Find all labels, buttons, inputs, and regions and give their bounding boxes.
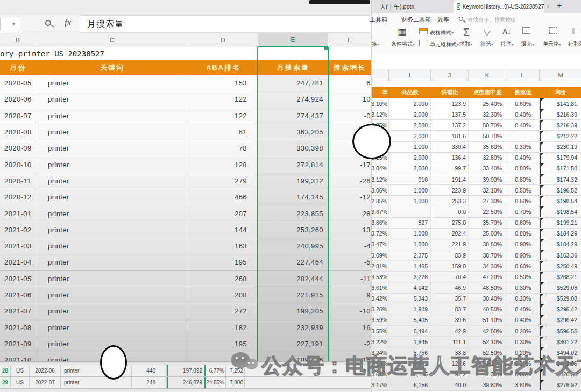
cell-supply-demand[interactable]: 223.9 [431, 185, 469, 195]
cell-volume[interactable]: 272,814 [258, 156, 328, 172]
cell-growth[interactable]: -4 [328, 238, 371, 254]
cell-conversion-metric[interactable]: 0.40% [506, 109, 540, 119]
cell-keyword[interactable]: printer [36, 156, 188, 172]
cell-average-price[interactable]: $596.56 [540, 326, 581, 336]
cell-aba-rank[interactable]: 268 [188, 271, 258, 287]
sort-button[interactable]: 排序▾ [501, 40, 514, 48]
cell-product-count[interactable]: 2,000 [389, 153, 431, 163]
filter-icon[interactable]: ▽ [484, 27, 491, 38]
tab-pptx[interactable]: 一天(上午).pptx [374, 3, 414, 11]
cell-click-concentration[interactable]: 35.70% [469, 218, 506, 228]
cell-purchase-rate[interactable]: 2.81% [372, 261, 389, 271]
close-icon[interactable]: × [546, 3, 549, 10]
cell-average-price[interactable]: $163.36 [540, 250, 581, 260]
conditional-format-icon[interactable]: ▦ [398, 26, 406, 38]
cell-click-concentration[interactable]: 32.30% [469, 109, 506, 119]
header-click-concentration[interactable]: 点击集中度 [469, 87, 506, 98]
cell-aba-rank[interactable]: 195 [188, 336, 258, 352]
title-cell[interactable]: ory-printer-US-20230527 [0, 47, 371, 60]
cell-conversion-metric[interactable]: 0.80% [506, 163, 540, 174]
new-tab-button[interactable]: + [557, 1, 562, 11]
column-header-B[interactable]: B [0, 33, 36, 47]
filter-button[interactable]: 筛选▾ [480, 40, 493, 48]
column-header-K[interactable]: K [469, 69, 506, 81]
header-keyword[interactable]: 关键词 [36, 60, 188, 75]
header-average-price[interactable]: 均价 [540, 87, 581, 98]
cell-supply-demand[interactable]: 253.3 [431, 196, 469, 206]
cell-purchase-rate[interactable]: 3.53% [372, 272, 389, 282]
cell-aba-rank[interactable]: 122 [188, 108, 258, 124]
cell-product-count[interactable]: 1,000 [389, 185, 431, 195]
table-style-button[interactable]: 表格样式▾ [430, 29, 454, 37]
cell-purchase-rate[interactable]: 3.17% [372, 380, 389, 390]
cell-month[interactable]: 2021-03 [0, 238, 36, 254]
header-aba-rank[interactable]: ABA排名 [188, 60, 258, 75]
cell-conversion-metric[interactable]: 0.40% [506, 304, 540, 315]
cell-click-concentration[interactable]: 48.50% [469, 282, 506, 293]
toolbar-partial-button[interactable]: 换▾ [372, 40, 379, 48]
cell-volume[interactable]: 274,437 [258, 108, 328, 124]
cell-average-price[interactable]: $296.42 [540, 315, 581, 325]
menu-toolbox[interactable]: 工具箱 [370, 16, 387, 24]
cell-average-price[interactable]: $216.39 [540, 109, 581, 119]
cell-product-count[interactable]: 1,000 [389, 229, 431, 239]
cell-volume[interactable]: 253,260 [258, 222, 328, 238]
cell-site[interactable]: US [11, 377, 30, 388]
cell-aba-rank[interactable]: 207 [188, 205, 258, 221]
cell-average-price[interactable]: $268.21 [540, 272, 581, 282]
command-search-placeholder[interactable]: 查找命令、搜索模板 [467, 16, 516, 24]
cell-click-concentration[interactable]: 22.50% [469, 206, 506, 217]
cell-click-concentration[interactable]: 33.40% [469, 163, 506, 174]
column-header-E-selected[interactable]: E [258, 33, 328, 47]
cell-month[interactable]: 2021-02 [0, 222, 36, 238]
cell-growth[interactable]: -0 [328, 108, 371, 124]
cell-conversion-metric[interactable]: 0.50% [506, 272, 540, 282]
cell-site[interactable]: US [11, 365, 30, 376]
cell-conversion-metric[interactable]: 0.20% [506, 294, 540, 304]
cell-purchase-rate[interactable]: 3.06% [372, 185, 389, 195]
cell-purchase-rate[interactable]: 3.09% [372, 250, 389, 260]
cell-month[interactable]: 2020-11 [0, 173, 36, 189]
cell-purchase-rate[interactable]: 3.42% [372, 294, 389, 304]
cell-conversion-metric[interactable]: 0.60% [506, 98, 540, 109]
cell-average-price[interactable]: $184.29 [540, 229, 581, 239]
cell-supply-demand[interactable]: 40.0 [431, 380, 469, 390]
cell-purchase-rate[interactable]: 3.10% [372, 98, 389, 109]
cell-product-count[interactable]: 1,000 [389, 142, 431, 152]
cell-aba-rank[interactable]: 144 [188, 222, 258, 238]
cell-average-price[interactable]: $174.32 [540, 174, 581, 184]
cell-conversion-metric[interactable]: 0.50% [506, 185, 540, 195]
cell-keyword[interactable]: printer [36, 75, 188, 91]
name-box[interactable]: ▾ [0, 17, 20, 31]
header-search-growth[interactable]: 搜索增长 [328, 60, 371, 75]
cell-growth[interactable]: 16 [328, 319, 371, 335]
cell-aba-rank[interactable]: 163 [188, 238, 258, 254]
row-number[interactable]: 29 [0, 377, 11, 388]
cell-growth[interactable]: -26 [328, 173, 371, 189]
cell-conversion-metric[interactable]: 0.40% [506, 120, 540, 130]
search-icon[interactable] [459, 17, 463, 21]
cell-supply-demand[interactable]: 123.9 [431, 98, 469, 109]
cell-conversion-metric[interactable]: 0.50% [506, 196, 540, 206]
cell-conversion-metric[interactable]: 0.60% [506, 218, 540, 228]
cell-purchase-rate[interactable]: 3.12% [372, 174, 389, 184]
cell-volume[interactable]: 221,915 [258, 287, 328, 303]
cell-supply-demand[interactable]: 137.2 [431, 120, 469, 130]
tab-spreadsheet-active[interactable]: S KeywordHistory...0)-US-20230527 × [454, 0, 544, 13]
cell-purchase-rate[interactable]: 3.12% [372, 109, 389, 119]
cell-volume[interactable]: 232,939 [258, 319, 328, 335]
cell-click-concentration[interactable]: 27.30% [469, 196, 506, 206]
cell-aba-rank[interactable]: 208 [188, 287, 258, 303]
cell-volume[interactable]: 330,398 [258, 140, 328, 156]
cell-product-count[interactable]: 2,000 [389, 109, 431, 119]
menu-finance-toolbox[interactable]: 财务工具箱 [401, 16, 431, 24]
cell-click-concentration[interactable]: 25.40% [469, 98, 506, 109]
cell-supply-demand[interactable]: 159.0 [431, 261, 469, 271]
cell-volume[interactable]: 246,079 [167, 377, 206, 388]
cell-average-price[interactable]: $276.92 [540, 380, 581, 390]
cell-supply-demand[interactable]: 330.4 [431, 142, 469, 152]
sum-button[interactable]: 求和▾ [459, 40, 472, 48]
cell-month[interactable]: 2020-08 [0, 124, 36, 140]
cell-supply-demand[interactable]: 137.5 [431, 109, 469, 119]
cell-volume[interactable]: 240,995 [258, 238, 328, 254]
